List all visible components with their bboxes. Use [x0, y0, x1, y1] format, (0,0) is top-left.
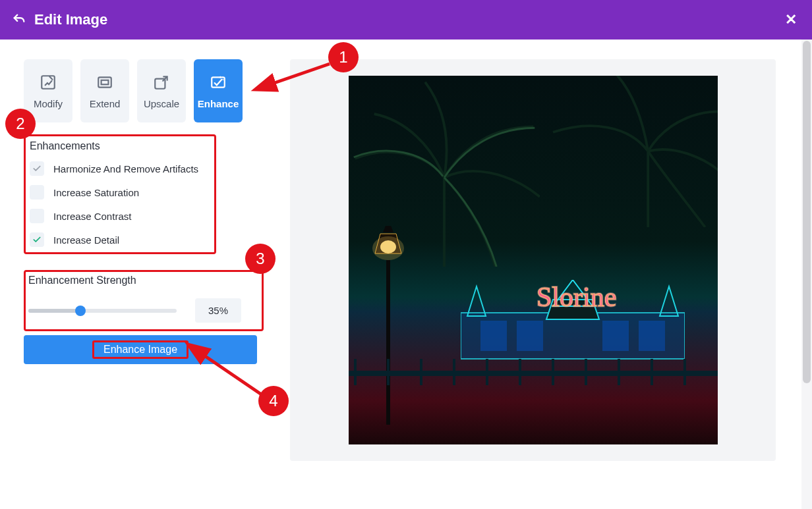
- enhance-image-button[interactable]: Enhance Image: [24, 335, 257, 364]
- svg-marker-16: [467, 286, 486, 316]
- svg-rect-13: [639, 321, 665, 351]
- svg-rect-0: [42, 76, 55, 89]
- enhance-image-icon: [209, 73, 227, 92]
- option-contrast: Increase Contrast: [30, 209, 210, 223]
- checkbox-contrast[interactable]: [30, 209, 44, 223]
- edit-image-icon: [39, 73, 57, 92]
- tab-extend-label: Extend: [90, 98, 121, 109]
- scrollbar-thumb[interactable]: [803, 41, 811, 383]
- fence-icon: [349, 359, 718, 385]
- svg-point-7: [372, 236, 404, 260]
- header-bar: Edit Image ✕: [0, 0, 812, 40]
- svg-rect-2: [102, 80, 109, 84]
- svg-rect-4: [212, 77, 225, 87]
- tab-extend[interactable]: Extend: [80, 59, 129, 122]
- palm-silhouette-icon: [533, 76, 718, 227]
- main-layout: Modify Extend: [0, 40, 812, 509]
- preview-image: Slorine Slorine: [349, 76, 718, 444]
- close-button[interactable]: ✕: [782, 11, 800, 29]
- tab-modify-label: Modify: [34, 98, 63, 109]
- upscale-image-icon: [152, 73, 171, 92]
- tab-modify[interactable]: Modify: [24, 59, 72, 122]
- svg-rect-20: [349, 371, 718, 376]
- slider-thumb[interactable]: [75, 306, 86, 316]
- strength-title: Enhancement Strength: [28, 275, 255, 286]
- option-detail: Increase Detail: [30, 232, 210, 247]
- controls-panel: Modify Extend: [0, 40, 290, 509]
- enhance-image-button-label: Enhance Image: [92, 340, 188, 359]
- strength-value: 35%: [195, 298, 241, 323]
- option-saturation: Increase Saturation: [30, 185, 210, 200]
- preview-panel: Slorine Slorine: [290, 40, 812, 509]
- strength-slider[interactable]: [28, 309, 177, 313]
- checkbox-saturation[interactable]: [30, 185, 44, 200]
- svg-text:Slorine: Slorine: [536, 282, 616, 312]
- close-icon: ✕: [785, 11, 797, 28]
- tab-enhance-label: Enhance: [198, 98, 239, 109]
- option-contrast-label: Increase Contrast: [53, 211, 131, 222]
- svg-rect-12: [602, 321, 629, 351]
- page-title: Edit Image: [34, 11, 107, 28]
- extend-image-icon: [96, 73, 114, 92]
- checkbox-detail[interactable]: [30, 232, 44, 247]
- tab-upscale[interactable]: Upscale: [137, 59, 186, 122]
- enhancements-section: Enhancements Harmonize And Remove Artifa…: [24, 134, 216, 254]
- tab-upscale-label: Upscale: [144, 98, 179, 109]
- option-saturation-label: Increase Saturation: [53, 187, 139, 198]
- neon-sign-icon: Slorine Slorine: [533, 273, 645, 319]
- mode-tabs: Modify Extend: [24, 59, 266, 122]
- enhancements-title: Enhancements: [30, 140, 210, 152]
- slider-fill: [28, 309, 80, 313]
- svg-rect-1: [98, 77, 111, 87]
- back-button[interactable]: [12, 13, 26, 27]
- option-detail-label: Increase Detail: [53, 234, 119, 246]
- svg-rect-11: [517, 321, 543, 351]
- option-harmonize: Harmonize And Remove Artifacts: [30, 161, 210, 176]
- undo-arrow-icon: [12, 13, 26, 27]
- checkbox-harmonize[interactable]: [30, 161, 44, 176]
- svg-rect-10: [480, 321, 507, 351]
- preview-frame: Slorine Slorine: [290, 59, 776, 461]
- svg-rect-5: [386, 260, 390, 425]
- tab-enhance[interactable]: Enhance: [194, 59, 243, 122]
- strength-section: Enhancement Strength 35%: [24, 270, 264, 331]
- svg-marker-17: [660, 286, 678, 316]
- option-harmonize-label: Harmonize And Remove Artifacts: [53, 163, 198, 174]
- street-lamp-icon: [368, 214, 408, 425]
- scrollbar[interactable]: [801, 40, 812, 509]
